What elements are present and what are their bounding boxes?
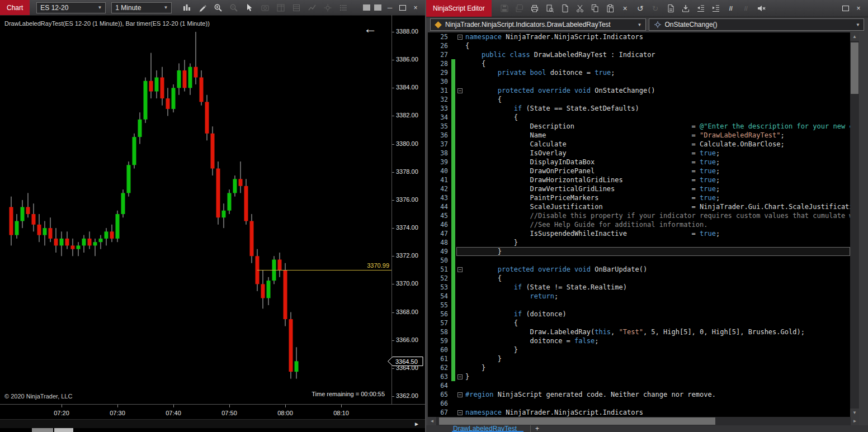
code-line[interactable]: 33 if (State == State.SetDefaults) <box>428 104 850 113</box>
code-line[interactable]: 39 DisplayInDataBox = true; <box>428 158 850 167</box>
code-line[interactable]: 66 <box>428 399 850 408</box>
code-line[interactable]: 60 } <box>428 345 850 354</box>
chart-hscrollbar[interactable]: ► <box>0 419 425 429</box>
instrument-link-icon[interactable] <box>363 4 370 11</box>
fold-collapse-icon[interactable]: − <box>457 410 463 415</box>
scroll-right-icon[interactable]: ► <box>851 417 859 425</box>
chart-canvas[interactable]: DrawLabeledRayTest(ES 12-20 (1 Minute)),… <box>0 15 391 404</box>
cursor-icon[interactable] <box>244 3 254 13</box>
code-line[interactable]: 65−#region NinjaScript generated code. N… <box>428 390 850 399</box>
code-line[interactable]: 51− protected override void OnBarUpdate(… <box>428 265 850 274</box>
chart-back-arrow-icon[interactable]: ← <box>364 22 377 35</box>
fold-collapse-icon[interactable]: − <box>457 88 463 93</box>
code-line[interactable]: 67−namespace NinjaTrader.NinjaScript.Ind… <box>428 408 850 417</box>
close-button[interactable]: × <box>411 4 420 12</box>
code-line[interactable]: 40 DrawOnPricePanel = true; <box>428 167 850 175</box>
minimize-button[interactable]: ─ <box>385 4 394 12</box>
class-selector[interactable]: NinjaTrader.NinjaScript.Indicators.DrawL… <box>430 18 646 31</box>
compile-icon[interactable] <box>681 3 691 13</box>
paste-icon[interactable] <box>605 3 615 13</box>
code-line[interactable]: 55 <box>428 301 850 310</box>
code-line[interactable]: 30 <box>428 77 850 86</box>
new-document-icon[interactable] <box>560 3 570 13</box>
code-line[interactable]: 44 ScaleJustification = NinjaTrader.Gui.… <box>428 202 850 211</box>
code-line[interactable]: 41 DrawHorizontalGridLines = true; <box>428 175 850 184</box>
zoom-in-icon[interactable] <box>213 3 223 13</box>
code-line[interactable]: 49 } <box>428 247 850 256</box>
instrument-selector[interactable]: ES 12-20 ▼ <box>36 2 106 13</box>
save-icon[interactable] <box>499 3 510 13</box>
code-line[interactable]: 61 } <box>428 354 850 363</box>
code-line[interactable]: 37 Calculate = Calculate.OnBarClose; <box>428 140 850 149</box>
code-line[interactable]: 62 } <box>428 363 850 372</box>
indicators-icon[interactable] <box>307 3 317 13</box>
code-line[interactable]: 35 Description = @"Enter the description… <box>428 122 850 131</box>
code-line[interactable]: 57 { <box>428 319 850 327</box>
code-line[interactable]: 25−namespace NinjaTrader.NinjaScript.Ind… <box>428 32 850 41</box>
code-line[interactable]: 27 public class DrawLabeledRayTest : Ind… <box>428 50 850 59</box>
hscrollbar-thumb[interactable] <box>439 417 715 425</box>
print-preview-icon[interactable] <box>545 3 555 13</box>
code-line[interactable]: 50 <box>428 256 850 265</box>
code-editor[interactable]: 25−namespace NinjaTrader.NinjaScript.Ind… <box>428 32 859 417</box>
zoom-out-icon[interactable] <box>229 3 239 13</box>
editor-vscrollbar[interactable]: ▲ ▼ <box>850 32 859 417</box>
maximize-button[interactable] <box>398 4 407 12</box>
chart-window-tab[interactable]: Chart <box>0 0 30 15</box>
tab-drawlabeledraytest[interactable]: DrawLabeledRayTest <box>452 425 523 432</box>
code-line[interactable]: 64 <box>428 381 850 390</box>
undo-icon[interactable]: ↺ <box>635 3 645 13</box>
editor-hscrollbar[interactable]: ◄ ► <box>428 417 859 425</box>
comment-selection-icon[interactable]: // <box>726 3 736 13</box>
copy-icon[interactable] <box>590 3 600 13</box>
cut-icon[interactable] <box>575 3 585 13</box>
code-line[interactable]: 53 if (State != State.Realtime) <box>428 283 850 292</box>
properties-icon[interactable] <box>338 3 348 13</box>
editor-window-tab[interactable]: NinjaScript Editor <box>426 0 492 17</box>
code-line[interactable]: 54 return; <box>428 292 850 301</box>
interval-selector[interactable]: 1 Minute ▼ <box>111 2 172 13</box>
uncomment-selection-icon[interactable]: // <box>741 3 751 13</box>
mute-compile-sound-icon[interactable] <box>756 3 766 13</box>
code-line[interactable]: 58 Draw.LabeledRay(this, "Test", 5, High… <box>428 327 850 336</box>
code-line[interactable]: 38 IsOverlay = true; <box>428 149 850 158</box>
code-line[interactable]: 43 PaintPriceMarkers = true; <box>428 193 850 202</box>
strategies-icon[interactable] <box>323 3 333 13</box>
increase-indent-icon[interactable] <box>711 3 721 13</box>
redo-icon[interactable]: ↻ <box>650 3 661 13</box>
scroll-right-icon[interactable]: ► <box>414 421 419 427</box>
scroll-left-icon[interactable]: ◄ <box>428 417 436 425</box>
scroll-up-icon[interactable]: ▲ <box>850 32 859 41</box>
chart-style-icon[interactable] <box>182 3 192 13</box>
fold-collapse-icon[interactable]: − <box>457 267 463 272</box>
code-line[interactable]: 32 { <box>428 95 850 104</box>
decrease-indent-icon[interactable] <box>696 3 706 13</box>
delete-icon[interactable]: × <box>620 3 630 13</box>
vscrollbar-thumb[interactable] <box>851 42 858 94</box>
chart-trader-icon[interactable] <box>276 3 286 13</box>
new-tab-button[interactable]: + <box>530 425 544 432</box>
drawing-tools-icon[interactable] <box>197 3 207 13</box>
code-line[interactable]: 63−} <box>428 372 850 381</box>
code-line[interactable]: 46 //See Help Guide for additional infor… <box>428 220 850 229</box>
close-button[interactable]: × <box>854 4 863 12</box>
code-line[interactable]: 36 Name = "DrawLabeledRayTest"; <box>428 131 850 140</box>
insert-code-snippet-icon[interactable] <box>666 3 676 13</box>
interval-link-icon[interactable] <box>374 4 381 11</box>
scroll-down-icon[interactable]: ▼ <box>850 409 859 417</box>
maximize-button[interactable] <box>841 4 850 12</box>
code-line[interactable]: 26{ <box>428 41 850 50</box>
code-line[interactable]: 48 } <box>428 238 850 247</box>
print-icon[interactable] <box>530 3 540 13</box>
fold-collapse-icon[interactable]: − <box>457 374 463 379</box>
code-line[interactable]: 45 //Disable this property if your indic… <box>428 211 850 220</box>
method-selector[interactable]: OnStateChange() ▼ <box>649 18 865 31</box>
code-line[interactable]: 47 IsSuspendedWhileInactive = true; <box>428 229 850 238</box>
code-line[interactable]: 56 if (doitonce) <box>428 310 850 319</box>
data-box-icon[interactable] <box>291 3 301 13</box>
code-line[interactable]: 31− protected override void OnStateChang… <box>428 86 850 95</box>
fold-collapse-icon[interactable]: − <box>457 392 463 397</box>
time-axis[interactable]: 07:2007:3007:4007:5008:0008:10 <box>0 404 425 420</box>
snapshot-icon[interactable] <box>260 3 270 13</box>
fold-collapse-icon[interactable]: − <box>457 35 463 40</box>
